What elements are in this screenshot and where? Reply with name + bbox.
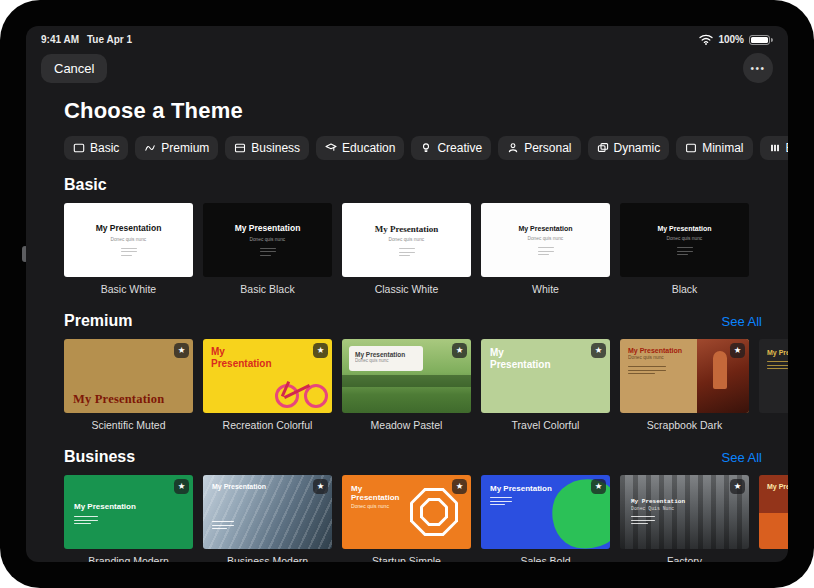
theme-card-basic-white[interactable]: My PresentationDonec quis nunc xyxy=(64,203,193,277)
theme-card-title: My Presentation xyxy=(518,225,572,233)
category-tabs: BasicPremiumBusinessEducationCreativePer… xyxy=(64,136,788,160)
theme-card-subtitle: Donec quis nunc xyxy=(528,236,564,242)
theme-card-recreation-colorful[interactable]: My Presentation★ xyxy=(203,339,332,413)
theme-row: My PresentationDonec quis nuncBasic Whit… xyxy=(26,203,788,296)
theme-artwork xyxy=(342,375,471,387)
placeholder-text-lines xyxy=(399,248,415,256)
theme-card-black[interactable]: My PresentationDonec quis nunc xyxy=(620,203,749,277)
theme-name-label: Business Modern xyxy=(203,555,332,562)
status-time: 9:41 AM xyxy=(41,34,79,45)
section-title: Premium xyxy=(64,312,132,330)
category-tab-label: Premium xyxy=(161,142,209,154)
theme-card-content: My PresentationDonec quis nunc xyxy=(620,203,749,277)
graduation-cap-icon xyxy=(325,142,337,154)
window-icon xyxy=(234,142,246,154)
category-tab-dynamic[interactable]: Dynamic xyxy=(588,136,670,160)
placeholder-text-lines xyxy=(631,516,655,524)
cancel-button[interactable]: Cancel xyxy=(41,54,107,83)
theme-name-label: Basic White xyxy=(64,283,193,296)
theme-name-label: Scientific Muted xyxy=(64,419,193,432)
theme-card-title: My Presentation xyxy=(631,499,685,506)
category-tab-basic[interactable]: Basic xyxy=(64,136,128,160)
placeholder-text-lines xyxy=(74,516,98,524)
theme-card-scrapbook-dark[interactable]: My PresentationDonec quis nunc★ xyxy=(620,339,749,413)
premium-star-badge: ★ xyxy=(313,479,328,494)
category-tab-label: Education xyxy=(342,142,395,154)
theme-card-meadow-pastel[interactable]: My PresentationDonec quis nunc★ xyxy=(342,339,471,413)
theme-row: My Presentation★Scientific MutedMy Prese… xyxy=(26,339,788,432)
theme-card-travel-colorful[interactable]: My Presentation★ xyxy=(481,339,610,413)
category-tab-label: Basic xyxy=(90,142,119,154)
theme-card-factory[interactable]: My PresentationDonec Quis Nunc★ xyxy=(620,475,749,549)
wifi-icon xyxy=(699,34,713,45)
theme-card-branding-modern[interactable]: My Presentation★ xyxy=(64,475,193,549)
theme-card-sales-bold[interactable]: My Presentation★ xyxy=(481,475,610,549)
theme-card-content: My Presentation xyxy=(212,483,266,529)
see-all-link[interactable]: See All xyxy=(722,450,762,465)
category-tab-creative[interactable]: Creative xyxy=(411,136,491,160)
battery-percent-label: 100% xyxy=(718,34,744,45)
theme-card-title: My Presentation xyxy=(96,224,162,234)
more-options-button[interactable]: ••• xyxy=(743,53,773,83)
theme-card-content: My PresentationDonec quis nunc xyxy=(628,347,688,374)
theme-card-content: My Presentation xyxy=(490,347,556,370)
premium-star-badge: ★ xyxy=(174,479,189,494)
premium-star-badge: ★ xyxy=(452,479,467,494)
theme-card-classic-white[interactable]: My PresentationDonec quis nunc xyxy=(342,203,471,277)
theme-card-subtitle: Donec quis nunc xyxy=(389,237,425,243)
theme-card-business-modern[interactable]: My Presentation★ xyxy=(203,475,332,549)
theme-item-scientific-muted: My Presentation★Scientific Muted xyxy=(64,339,193,432)
theme-chooser-content: Choose a Theme BasicPremiumBusinessEduca… xyxy=(26,90,788,562)
category-tab-minimal[interactable]: Minimal xyxy=(676,136,752,160)
status-date: Tue Apr 1 xyxy=(87,34,132,45)
theme-item-classic-white: My PresentationDonec quis nuncClassic Wh… xyxy=(342,203,471,296)
theme-card-subtitle: Donec Quis Nunc xyxy=(631,506,674,512)
lightbulb-icon xyxy=(420,142,432,154)
section-header: PremiumSee All xyxy=(64,312,762,330)
theme-name-label xyxy=(759,555,788,562)
theme-card-partial[interactable]: My Presentation★ xyxy=(759,339,788,413)
theme-card-scientific-muted[interactable]: My Presentation★ xyxy=(64,339,193,413)
see-all-link[interactable]: See All xyxy=(722,314,762,329)
theme-name-label: Meadow Pastel xyxy=(342,419,471,432)
theme-item-branding-modern: My Presentation★Branding Modern xyxy=(64,475,193,562)
theme-card-white[interactable]: My PresentationDonec quis nunc xyxy=(481,203,610,277)
theme-card-title: My Presentation xyxy=(74,502,136,511)
section-header: Basic xyxy=(64,176,762,194)
theme-name-label: Branding Modern xyxy=(64,555,193,562)
theme-card-content: My PresentationDonec Quis Nunc xyxy=(631,499,685,524)
theme-card-title: My Presentation xyxy=(767,349,788,357)
theme-card-content: My PresentationDonec quis nunc xyxy=(203,203,332,277)
frame-icon xyxy=(685,142,697,154)
status-right: 100% xyxy=(699,34,773,45)
theme-card-subtitle: Donec quis nunc xyxy=(667,236,703,242)
placeholder-text-lines xyxy=(260,248,276,256)
theme-name-label: Basic Black xyxy=(203,283,332,296)
category-tab-label: Dynamic xyxy=(614,142,661,154)
theme-card-subtitle: Donec quis nunc xyxy=(628,355,676,361)
theme-item-basic-black: My PresentationDonec quis nuncBasic Blac… xyxy=(203,203,332,296)
navigation-bar: Cancel ••• xyxy=(41,53,773,83)
category-tab-bold[interactable]: Bold xyxy=(760,136,788,160)
theme-name-label: Recreation Colorful xyxy=(203,419,332,432)
theme-card-partial[interactable]: My Pre★ xyxy=(759,475,788,549)
theme-card-title: My Pre xyxy=(767,483,788,491)
ellipsis-icon: ••• xyxy=(750,63,765,74)
theme-card-title: My Presentation xyxy=(351,484,407,502)
theme-name-label: Factory xyxy=(620,555,749,562)
theme-card-startup-simple[interactable]: My PresentationDonec quis nunc★ xyxy=(342,475,471,549)
ipad-device-frame: 9:41 AM Tue Apr 1 100% Cancel ••• xyxy=(0,0,814,588)
theme-card-title: My Presentation xyxy=(73,392,187,406)
theme-card-title: My Presentation xyxy=(212,483,266,491)
category-tab-personal[interactable]: Personal xyxy=(498,136,580,160)
theme-item-startup-simple: My PresentationDonec quis nunc★Startup S… xyxy=(342,475,471,562)
theme-card-content: My Presentation xyxy=(73,392,187,406)
person-icon xyxy=(507,142,519,154)
layers-icon xyxy=(597,142,609,154)
category-tab-education[interactable]: Education xyxy=(316,136,404,160)
theme-card-title: My Presentation xyxy=(490,347,556,370)
theme-card-basic-black[interactable]: My PresentationDonec quis nunc xyxy=(203,203,332,277)
premium-star-badge: ★ xyxy=(174,343,189,358)
category-tab-premium[interactable]: Premium xyxy=(135,136,218,160)
category-tab-business[interactable]: Business xyxy=(225,136,309,160)
